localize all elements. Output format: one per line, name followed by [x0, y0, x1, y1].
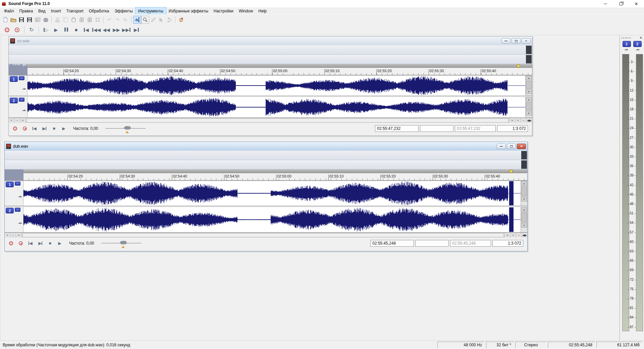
meters-titlebar[interactable]: ✕ [620, 35, 644, 40]
vo-overview-left[interactable] [9, 45, 532, 55]
vscroll-thumb[interactable] [526, 81, 532, 89]
forward-button[interactable]: ▶▶ [111, 26, 121, 34]
dub-loop-bar[interactable] [23, 169, 527, 173]
paste-special-icon[interactable] [77, 16, 86, 24]
app-minimize-button[interactable] [598, 0, 613, 7]
scroll-right-button[interactable]: > [509, 118, 515, 123]
dub-overview-right[interactable] [5, 160, 527, 169]
record-button[interactable] [7, 240, 15, 247]
stop-button[interactable]: ■ [46, 240, 54, 247]
vo-close-button[interactable]: ✕ [522, 38, 531, 44]
dub-titlebar[interactable]: dub.wav ✕ [5, 142, 527, 151]
pencil-tool-icon[interactable] [149, 16, 157, 24]
zoom-out-time-button[interactable]: − [14, 118, 20, 123]
new-file-icon[interactable] [1, 16, 9, 24]
menu-item-Избранные эффекты[interactable]: Избранные эффекты [166, 7, 211, 14]
app-close-button[interactable]: ✕ [629, 0, 644, 7]
undo-icon[interactable]: ↶ [105, 16, 113, 24]
play-button[interactable]: ▶ [56, 240, 63, 247]
trim-icon[interactable] [94, 16, 102, 24]
selection-end-display[interactable]: 02:55:45,248 [450, 240, 491, 247]
zoom-ratio-display[interactable]: 1:3 072 [497, 125, 528, 132]
scroll-down-icon[interactable]: ▼ [526, 90, 532, 94]
scroll-left-button[interactable]: < [16, 233, 22, 238]
magnify-tool-icon[interactable] [141, 16, 149, 24]
stop-button[interactable]: ■ [71, 26, 81, 34]
free-space-cell[interactable]: 61 127,4 Мб [596, 342, 643, 348]
scroll-down-icon[interactable]: ▼ [521, 197, 527, 201]
vo-vertical-scrollbar[interactable]: ▲ ▼ [525, 97, 532, 117]
dub-overview-left[interactable] [5, 151, 527, 160]
zoom-in-time-button[interactable]: + [9, 118, 14, 123]
file-length-cell[interactable]: 02:55:45,248 [548, 342, 595, 348]
channel-1-collapse-button[interactable]: – [19, 76, 24, 80]
play-all-button[interactable]: ▷ [41, 26, 51, 34]
record-remote-button[interactable] [12, 26, 22, 34]
position-display[interactable]: 02:55:45,248 [370, 240, 414, 247]
hscroll-track[interactable] [22, 233, 504, 238]
meter-channel-2-button[interactable]: 2 [633, 41, 642, 47]
zoom-out-button[interactable]: − [521, 118, 526, 123]
rewind-button[interactable]: ◀◀ [101, 26, 111, 34]
vo-waveform-2[interactable] [28, 97, 525, 117]
dub-restore-button[interactable] [507, 144, 516, 149]
channel-mode-cell[interactable]: Стерео [515, 342, 547, 348]
hscroll-thumb[interactable] [22, 233, 504, 237]
channel-1-button[interactable]: 1 [6, 182, 14, 187]
dub-close-button[interactable]: ✕ [517, 144, 526, 149]
record-button[interactable] [2, 26, 12, 34]
menu-item-Обработка[interactable]: Обработка [86, 7, 112, 14]
go-to-start-button[interactable]: ◀ [81, 26, 91, 34]
dub-vertical-scrollbar[interactable]: ▲ ▼ [521, 207, 527, 232]
forward-to-end-button[interactable]: ▶▶ [121, 26, 131, 34]
edit-tool-icon[interactable] [133, 16, 141, 24]
dub-time-ruler[interactable]: 02:54:2002:54:3002:54:4002:54:5002:55:00… [23, 173, 527, 181]
menu-item-Правка[interactable]: Правка [17, 7, 36, 14]
dub-minimize-button[interactable] [497, 144, 506, 149]
bit-depth-cell[interactable]: 32 бит * [486, 342, 514, 348]
menu-item-Help[interactable]: Help [256, 7, 269, 14]
channel-2-collapse-button[interactable]: – [19, 98, 24, 102]
vo-titlebar[interactable]: vo.wav ✕ [9, 37, 532, 45]
scroll-down-icon[interactable]: ▼ [526, 111, 532, 115]
save-all-icon[interactable] [34, 16, 42, 24]
vo-time-ruler[interactable]: 02:54:2002:54:3002:54:4002:54:5002:55:00… [28, 68, 532, 75]
zoom-out-button[interactable]: − [516, 233, 522, 238]
vscroll-thumb[interactable] [526, 102, 532, 110]
loop-end-marker[interactable] [517, 64, 520, 67]
zoom-in-time-button[interactable]: + [5, 233, 10, 238]
vscroll-thumb[interactable] [521, 212, 527, 222]
zoom-selection-button[interactable]: ◀▶ [522, 233, 527, 238]
menu-item-Инструменты[interactable]: Инструменты [136, 7, 166, 14]
rewind-to-start-button[interactable]: ◀◀ [91, 26, 101, 34]
hscroll-track[interactable] [26, 118, 509, 123]
repair-tool-icon[interactable] [177, 16, 185, 24]
scroll-down-icon[interactable]: ▼ [521, 223, 527, 228]
dub-waveform-2[interactable] [23, 207, 521, 232]
scroll-left-button[interactable]: < [20, 118, 26, 123]
selection-end-display[interactable]: 02:55:47,232 [455, 125, 496, 132]
sample-rate-cell[interactable]: 48 000 Hz [437, 342, 485, 348]
pause-button[interactable] [61, 26, 71, 34]
hscroll-thumb[interactable] [26, 118, 508, 122]
go-to-end-button[interactable]: ▶ [37, 240, 44, 247]
meter-body[interactable]: 3691215182124273033363942454851545760636… [620, 54, 644, 331]
extract-audio-icon[interactable] [42, 16, 50, 24]
zoom-in-button[interactable]: + [515, 118, 521, 123]
menu-item-Файл[interactable]: Файл [1, 7, 17, 14]
paste-to-new-icon[interactable] [86, 16, 94, 24]
vo-waveform-1[interactable] [28, 76, 525, 96]
vscroll-thumb[interactable] [521, 186, 527, 196]
dub-vertical-scrollbar[interactable]: ▲ ▼ [521, 181, 527, 206]
loop-playback-button[interactable]: ↻ [26, 26, 37, 34]
channel-2-button[interactable]: 2 [6, 208, 14, 213]
open-icon[interactable] [9, 16, 17, 24]
go-to-start-button[interactable]: ◀ [27, 240, 34, 247]
go-to-end-button[interactable]: ▶ [131, 26, 142, 34]
record-arm-button[interactable] [17, 240, 24, 247]
meter-channel-1-button[interactable]: 1 [623, 41, 631, 47]
loop-end-marker[interactable] [509, 170, 513, 173]
selection-start-display[interactable] [420, 125, 453, 132]
menu-item-Insert[interactable]: Insert [48, 7, 64, 14]
rate-slider[interactable] [105, 126, 146, 131]
